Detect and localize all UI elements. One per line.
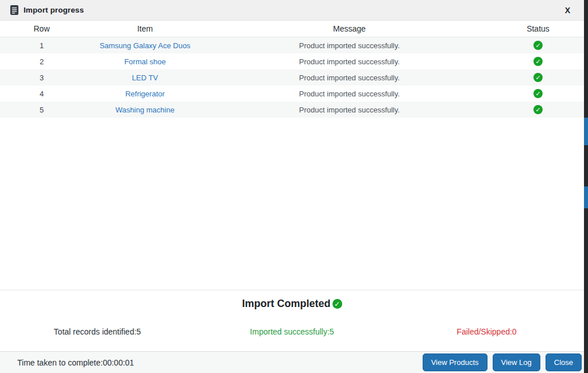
table-row: 1Samsung Galaxy Ace DuosProduct imported… [0, 37, 584, 53]
column-header-status: Status [492, 24, 584, 33]
status-cell: ✓ [492, 57, 584, 67]
row-number: 5 [0, 106, 83, 114]
import-progress-dialog: Import progress X Row Item Message Statu… [0, 0, 584, 373]
row-message: Product imported successfully. [207, 106, 492, 114]
status-cell: ✓ [492, 41, 584, 50]
row-message: Product imported successfully. [207, 73, 492, 82]
column-header-message: Message [207, 24, 492, 33]
dialog-title: Import progress [24, 6, 84, 14]
column-header-row: Row [0, 24, 83, 33]
close-icon[interactable]: X [563, 5, 572, 15]
check-circle-icon: ✓ [533, 89, 543, 98]
item-cell: Refrigerator [83, 90, 207, 98]
imported-stat: Imported successfully:5 [195, 327, 389, 336]
item-link[interactable]: Washing machine [115, 106, 175, 114]
status-cell: ✓ [492, 89, 584, 99]
failed-skipped-stat: Failed/Skipped:0 [389, 327, 584, 336]
status-cell: ✓ [492, 73, 584, 83]
empty-content-area [0, 118, 584, 290]
row-message: Product imported successfully. [207, 41, 492, 50]
row-message: Product imported successfully. [207, 90, 492, 98]
check-circle-icon: ✓ [533, 73, 543, 82]
summary-stats-row: Total records identified:5 Imported succ… [0, 327, 584, 336]
item-cell: Formal shoe [83, 57, 207, 66]
item-cell: Washing machine [83, 106, 207, 114]
check-circle-icon: ✓ [332, 299, 342, 309]
table-row: 4RefrigeratorProduct imported successful… [0, 86, 584, 102]
item-link[interactable]: Samsung Galaxy Ace Duos [99, 41, 190, 50]
page-background-strip [584, 0, 588, 373]
time-taken-label: Time taken to complete:00:00:01 [17, 358, 134, 367]
table-header-row: Row Item Message Status [0, 21, 584, 37]
import-summary-section: Import Completed ✓ Total records identif… [0, 290, 584, 351]
scrollbar-thumb [584, 118, 588, 145]
total-records-stat: Total records identified:5 [0, 327, 195, 336]
table-row: 5Washing machineProduct imported success… [0, 102, 584, 118]
item-link[interactable]: Refrigerator [125, 90, 165, 98]
row-number: 4 [0, 90, 83, 98]
view-log-button[interactable]: View Log [493, 353, 540, 372]
view-products-button[interactable]: View Products [423, 353, 488, 372]
import-completed-heading: Import Completed ✓ [0, 298, 584, 310]
table-body: 1Samsung Galaxy Ace DuosProduct imported… [0, 37, 584, 118]
item-link[interactable]: LED TV [132, 73, 158, 82]
row-number: 1 [0, 41, 83, 50]
row-message: Product imported successfully. [207, 57, 492, 66]
footer-buttons: View ProductsView LogClose [423, 353, 582, 372]
item-cell: Samsung Galaxy Ace Duos [83, 41, 207, 50]
scrollbar-thumb [584, 187, 588, 208]
item-cell: LED TV [83, 73, 207, 82]
dialog-footer: Time taken to complete:00:00:01 View Pro… [0, 351, 584, 373]
check-circle-icon: ✓ [533, 105, 543, 114]
document-icon [10, 5, 18, 15]
item-link[interactable]: Formal shoe [124, 57, 165, 66]
table-row: 3LED TVProduct imported successfully.✓ [0, 69, 584, 86]
row-number: 3 [0, 73, 83, 82]
status-cell: ✓ [492, 105, 584, 115]
close-button[interactable]: Close [546, 353, 582, 372]
check-circle-icon: ✓ [533, 41, 543, 50]
column-header-item: Item [83, 24, 207, 33]
check-circle-icon: ✓ [533, 57, 543, 66]
table-row: 2Formal shoeProduct imported successfull… [0, 53, 584, 69]
import-completed-label: Import Completed [242, 298, 330, 310]
dialog-header: Import progress X [0, 0, 584, 21]
row-number: 2 [0, 57, 83, 66]
import-results-table: Row Item Message Status 1Samsung Galaxy … [0, 21, 584, 118]
